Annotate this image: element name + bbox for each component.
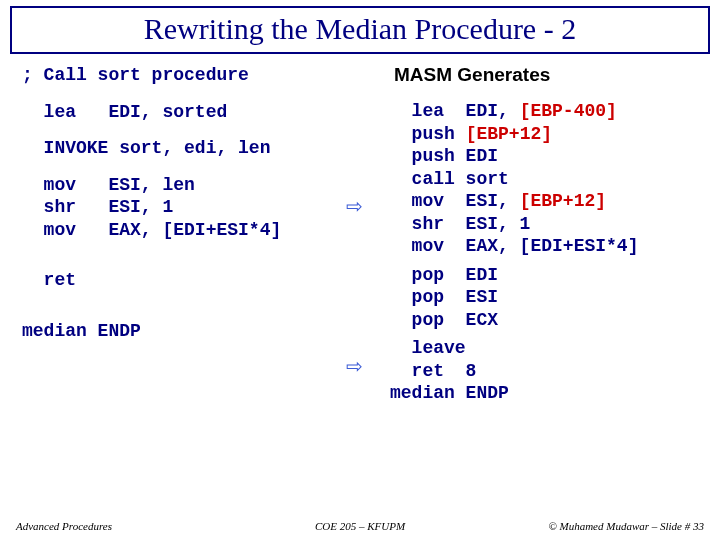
gen-line: push [EBP+12] (390, 123, 638, 146)
arrow-icon: ⇨ (346, 354, 363, 378)
gen-highlight: [EBP-400] (520, 101, 617, 121)
gen-text: lea EDI, (390, 101, 520, 121)
generates-header: MASM Generates (394, 64, 638, 86)
footer: Advanced Procedures COE 205 – KFUPM © Mu… (0, 520, 720, 532)
gen-block: leave ret 8 (390, 337, 638, 382)
gen-block: pop EDI pop ESI pop ECX (390, 264, 638, 332)
code-line: median ENDP (22, 320, 281, 343)
code-comment: ; Call sort procedure (22, 64, 281, 87)
right-column: MASM Generates lea EDI, [EBP-400] push [… (390, 64, 638, 405)
gen-highlight: [EBP+12] (466, 124, 552, 144)
gen-line: mov ESI, [EBP+12] (390, 190, 638, 213)
left-column: ; Call sort procedure lea EDI, sorted IN… (22, 64, 281, 342)
arrow-icon: ⇨ (346, 194, 363, 218)
content-area: ; Call sort procedure lea EDI, sorted IN… (0, 54, 720, 64)
footer-center: COE 205 – KFUPM (315, 520, 405, 532)
gen-line: median ENDP (390, 382, 638, 405)
slide-title: Rewriting the Median Procedure - 2 (12, 12, 708, 46)
gen-line: lea EDI, [EBP-400] (390, 100, 638, 123)
title-bar: Rewriting the Median Procedure - 2 (10, 6, 710, 54)
code-block: mov ESI, len shr ESI, 1 mov EAX, [EDI+ES… (22, 174, 281, 242)
code-line: ret (22, 269, 281, 292)
code-line: INVOKE sort, edi, len (22, 137, 281, 160)
gen-block: push EDI call sort (390, 145, 638, 190)
gen-highlight: [EBP+12] (520, 191, 606, 211)
gen-text: mov ESI, (390, 191, 520, 211)
code-line: lea EDI, sorted (22, 101, 281, 124)
footer-right: © Muhamed Mudawar – Slide # 33 (548, 520, 704, 532)
footer-left: Advanced Procedures (16, 520, 112, 532)
gen-text: push (390, 124, 466, 144)
gen-block: shr ESI, 1 mov EAX, [EDI+ESI*4] (390, 213, 638, 258)
